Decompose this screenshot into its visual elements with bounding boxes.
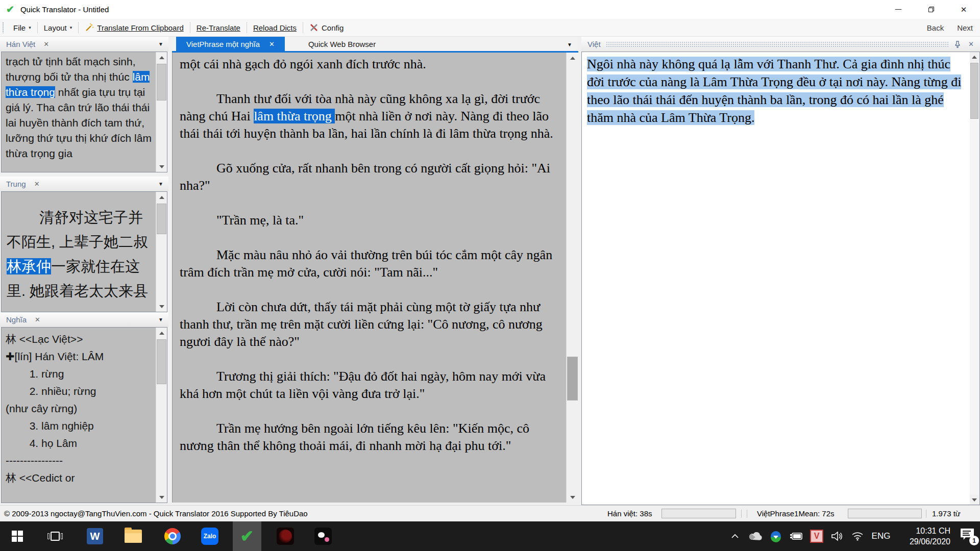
tray-expand-button[interactable] bbox=[725, 521, 745, 551]
toolbar-grip[interactable] bbox=[2, 22, 4, 33]
scroll-up-button[interactable] bbox=[156, 52, 167, 63]
layout-menu[interactable]: Layout▾ bbox=[39, 20, 78, 35]
scroll-up-button[interactable] bbox=[970, 52, 979, 62]
trung-panel[interactable]: 清舒对这宅子并不陌生, 上辈子她二叔林承仲一家就住在这里. 她跟着老太太来县 bbox=[1, 191, 167, 312]
next-button[interactable]: Next bbox=[957, 23, 973, 32]
scroll-down-button[interactable] bbox=[970, 495, 979, 505]
chrome-icon bbox=[164, 528, 181, 544]
clock-date: 29/06/2020 bbox=[894, 536, 950, 547]
paragraph: Trần mẹ hướng bên ngoài lớn tiếng kêu lê… bbox=[180, 420, 556, 455]
re-translate-button[interactable]: Re-Translate bbox=[191, 20, 246, 35]
vietphrase-text: một cái nhà gạch đỏ ngói xanh đích trước… bbox=[180, 56, 556, 472]
han-viet-panel[interactable]: trạch tử tịnh bất mạch sinh, thượng bối … bbox=[1, 52, 167, 172]
scrollbar-thumb[interactable] bbox=[970, 63, 978, 119]
paragraph: một cái nhà gạch đỏ ngói xanh đích trước… bbox=[180, 56, 556, 73]
back-button[interactable]: Back bbox=[927, 23, 944, 32]
translate-from-clipboard-button[interactable]: Translate From Clipboard bbox=[80, 20, 189, 35]
nghia-panel[interactable]: 林 <<Lạc Việt>>✚[lín] Hán Việt: LÂM 1. rừ… bbox=[1, 327, 167, 503]
chevron-down-icon[interactable]: ▼ bbox=[158, 317, 163, 322]
quick-translator-taskbar-button[interactable]: ✔ bbox=[233, 521, 261, 551]
start-button[interactable] bbox=[3, 521, 32, 551]
paragraph: Trương thị giải thích: "Đậu đỏ đốt hai n… bbox=[180, 368, 556, 403]
file-menu[interactable]: File▾ bbox=[8, 20, 36, 35]
scrollbar-thumb[interactable] bbox=[157, 64, 166, 101]
scroll-down-button[interactable] bbox=[567, 492, 578, 503]
reload-dicts-button[interactable]: Reload Dicts bbox=[248, 20, 302, 35]
chevron-down-icon: ▾ bbox=[29, 25, 31, 30]
action-center-button[interactable]: 1 bbox=[958, 521, 980, 551]
tab-quick-web-browser[interactable]: Quick Web Browser bbox=[285, 37, 399, 51]
dict-line: 林 <<Cedict or bbox=[6, 469, 153, 487]
main-toolbar: File▾ Layout▾ Translate From Clipboard R… bbox=[0, 19, 980, 37]
scroll-up-button[interactable] bbox=[156, 192, 167, 203]
scrollbar-thumb[interactable] bbox=[567, 357, 578, 400]
close-icon[interactable]: ✕ bbox=[35, 316, 40, 323]
file-explorer-button[interactable] bbox=[119, 521, 148, 551]
chrome-button[interactable] bbox=[158, 521, 187, 551]
chevron-down-icon[interactable]: ▼ bbox=[158, 181, 163, 187]
close-icon[interactable]: ✕ bbox=[34, 180, 40, 188]
restore-button[interactable] bbox=[915, 0, 947, 19]
task-view-button[interactable] bbox=[41, 521, 69, 551]
trung-scrollbar[interactable] bbox=[156, 192, 167, 312]
re-translate-label: Re-Translate bbox=[197, 23, 240, 32]
triangle-down-icon bbox=[159, 165, 164, 168]
scrollbar-thumb[interactable] bbox=[157, 339, 166, 384]
tab-nghia[interactable]: Nghĩa ✕ bbox=[0, 312, 46, 327]
word-count: 1.973 từ bbox=[932, 509, 961, 518]
toolbar-separator bbox=[247, 22, 247, 33]
title-bar: ✔ Quick Translator - Untitled ✕ bbox=[0, 0, 980, 19]
minimize-button[interactable] bbox=[882, 0, 915, 19]
scroll-down-button[interactable] bbox=[156, 161, 167, 172]
pin-icon[interactable] bbox=[954, 41, 961, 48]
battery-tray-icon[interactable] bbox=[786, 521, 806, 551]
notification-badge: 1 bbox=[969, 536, 979, 545]
paragraph: Mặc màu nâu nhỏ áo vải thường trên búi t… bbox=[180, 246, 556, 281]
status-separator bbox=[747, 510, 747, 518]
idm-tray-icon[interactable] bbox=[766, 521, 786, 551]
tab-trung[interactable]: Trung ✕ bbox=[0, 177, 46, 191]
paragraph: Thanh thư đối với tòa nhà này cũng không… bbox=[180, 90, 556, 142]
close-button[interactable]: ✕ bbox=[947, 0, 980, 19]
taskbar-clock[interactable]: 10:31 CH 29/06/2020 bbox=[894, 525, 950, 547]
han-viet-scrollbar[interactable] bbox=[156, 52, 167, 172]
zalo-button[interactable]: Zalo bbox=[195, 521, 224, 551]
center-scrollbar[interactable] bbox=[566, 53, 578, 503]
chevron-down-icon[interactable]: ▼ bbox=[158, 41, 163, 47]
folder-icon bbox=[125, 530, 142, 543]
han-viet-text: trạch tử tịnh bất mạch sinh, thượng bối … bbox=[6, 54, 153, 161]
scroll-down-button[interactable] bbox=[156, 492, 167, 503]
network-tray-icon[interactable] bbox=[847, 521, 868, 551]
viet-panel[interactable]: Ngôi nhà này không quá lạ lẫm với Thanh … bbox=[581, 52, 980, 505]
triangle-down-icon bbox=[159, 305, 164, 308]
language-indicator[interactable]: ENG bbox=[868, 531, 894, 541]
close-icon: ✕ bbox=[961, 5, 967, 14]
scrollbar-thumb[interactable] bbox=[157, 204, 166, 234]
triangle-up-icon bbox=[972, 56, 977, 59]
close-icon[interactable]: ✕ bbox=[968, 40, 974, 48]
nghia-scrollbar[interactable] bbox=[156, 328, 167, 503]
file-menu-label: File bbox=[13, 23, 26, 32]
close-icon[interactable]: ✕ bbox=[43, 40, 49, 48]
scroll-up-button[interactable] bbox=[156, 328, 167, 338]
volume-tray-icon[interactable] bbox=[827, 521, 847, 551]
chevron-down-icon[interactable]: ▼ bbox=[567, 42, 572, 47]
app-dark-button[interactable] bbox=[309, 521, 337, 551]
triangle-up-icon bbox=[159, 196, 164, 199]
vietphrase-panel[interactable]: một cái nhà gạch đỏ ngói xanh đích trước… bbox=[172, 53, 578, 503]
viet-scrollbar[interactable] bbox=[970, 52, 979, 505]
window-title: Quick Translator - Untitled bbox=[20, 5, 109, 14]
word-taskbar-button[interactable]: W bbox=[81, 521, 109, 551]
tab-han-viet[interactable]: Hán Việt ✕ bbox=[0, 37, 55, 52]
scroll-down-button[interactable] bbox=[156, 301, 167, 312]
tab-vietphrase[interactable]: VietPhrase một nghĩa ✕ bbox=[176, 37, 285, 51]
close-icon[interactable]: ✕ bbox=[269, 40, 275, 48]
header-dotted-texture bbox=[606, 41, 949, 47]
triangle-up-icon bbox=[159, 332, 164, 335]
app-red-button[interactable] bbox=[271, 521, 300, 551]
scroll-up-button[interactable] bbox=[567, 53, 578, 63]
vietkey-tray-icon[interactable]: V bbox=[806, 521, 827, 551]
config-button[interactable]: Config bbox=[304, 20, 349, 35]
clock-time: 10:31 CH bbox=[894, 525, 950, 536]
onedrive-tray-icon[interactable] bbox=[745, 521, 766, 551]
